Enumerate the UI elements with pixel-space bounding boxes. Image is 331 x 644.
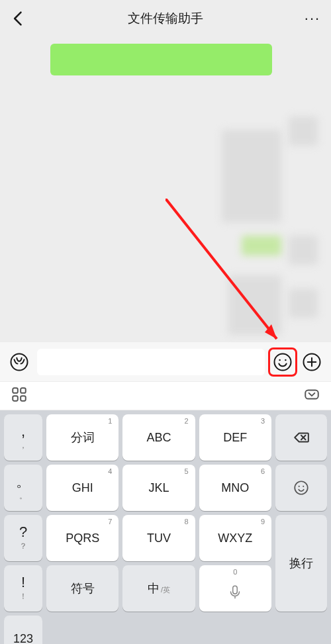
candidate-bar [0, 381, 331, 410]
avatar [289, 289, 318, 318]
back-button[interactable] [9, 9, 28, 28]
svg-rect-13 [305, 391, 318, 399]
grid-icon[interactable] [11, 386, 28, 406]
svg-point-18 [303, 486, 304, 487]
message-image [228, 275, 281, 335]
svg-rect-19 [233, 586, 238, 594]
backspace-key[interactable] [275, 414, 327, 461]
keyboard: ,， 1分词 2ABC 3DEF 。。 4GHI 5JKL 6MNO ?？ 7P… [0, 410, 331, 644]
lang-key[interactable]: 中/英 [122, 565, 195, 612]
punct-key-exclaim[interactable]: !！ [4, 565, 42, 612]
chat-title: 文件传输助手 [128, 10, 203, 27]
highlight-box [268, 347, 297, 377]
key-2[interactable]: 2ABC [122, 414, 195, 461]
avatar [289, 236, 318, 265]
svg-point-16 [295, 481, 308, 494]
plus-button[interactable] [301, 351, 323, 373]
emoji-button[interactable] [271, 351, 294, 373]
collapse-keyboard-icon[interactable] [303, 386, 320, 406]
space-key[interactable]: 0 [199, 565, 271, 612]
svg-point-17 [299, 486, 300, 487]
input-bar [0, 342, 331, 381]
message-bubble [50, 44, 272, 75]
symbol-key[interactable]: 符号 [46, 565, 118, 612]
punct-key-question[interactable]: ?？ [4, 515, 42, 561]
chat-area [0, 37, 331, 342]
svg-rect-10 [21, 388, 26, 393]
key-7[interactable]: 7PQRS [46, 515, 118, 561]
more-button[interactable]: ··· [303, 10, 322, 27]
avatar [289, 116, 318, 146]
message-input[interactable] [37, 349, 265, 375]
key-4[interactable]: 4GHI [46, 465, 118, 511]
svg-point-2 [11, 353, 28, 370]
key-5[interactable]: 5JKL [122, 465, 195, 511]
svg-rect-12 [21, 396, 26, 401]
message-image [222, 130, 281, 222]
key-1[interactable]: 1分词 [46, 414, 118, 461]
svg-rect-9 [13, 388, 18, 393]
message-bubble [242, 236, 281, 255]
number-key[interactable]: 123 [4, 616, 42, 644]
newline-key[interactable]: 换行 [275, 515, 327, 612]
key-8[interactable]: 8TUV [122, 515, 195, 561]
emoji-key[interactable] [275, 465, 327, 511]
key-3[interactable]: 3DEF [199, 414, 271, 461]
voice-input-icon[interactable] [8, 351, 30, 373]
key-6[interactable]: 6MNO [199, 465, 271, 511]
svg-rect-11 [13, 396, 18, 401]
punct-key-period[interactable]: 。。 [4, 465, 42, 511]
key-9[interactable]: 9WXYZ [199, 515, 271, 561]
punct-key-comma[interactable]: ,， [4, 414, 42, 461]
